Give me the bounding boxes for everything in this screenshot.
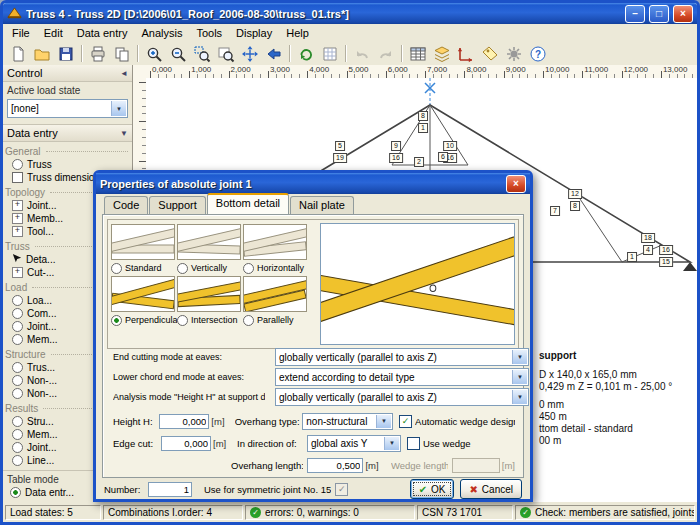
toolbar-zoom-all-button[interactable] — [214, 43, 238, 65]
end-cutting-combo[interactable]: globally vertically (parallel to axis Z)… — [275, 348, 529, 366]
toolbar-separator — [345, 45, 347, 62]
toolbar-new-file-button[interactable] — [6, 43, 30, 65]
radio-icon — [12, 321, 23, 332]
radio-icon — [12, 416, 23, 427]
toolbar-grid-button[interactable] — [318, 43, 342, 65]
toolbar-redraw-button[interactable] — [294, 43, 318, 65]
tab-bottom-detail[interactable]: Bottom detail — [207, 193, 289, 214]
toolbar-dimensions-button[interactable] — [454, 43, 478, 65]
bottom-detail-tab-page: StandardVerticallyHorizontallyPerpendicu… — [102, 214, 524, 478]
toolbar-table-button[interactable] — [406, 43, 430, 65]
dropdown-arrow-icon[interactable]: ▼ — [376, 415, 391, 428]
detail-thumb-intersection[interactable] — [177, 276, 241, 312]
svg-text:?: ? — [535, 49, 541, 60]
detail-thumb-standard[interactable] — [111, 224, 175, 260]
detail-type-options: StandardVerticallyHorizontallyPerpendicu… — [107, 219, 519, 349]
dialog-close-button[interactable]: × — [506, 175, 526, 193]
radio-icon — [12, 455, 23, 466]
dropdown-arrow-icon[interactable]: ▼ — [512, 370, 527, 384]
toolbar-zoom-in-button[interactable] — [142, 43, 166, 65]
dropdown-arrow-icon[interactable]: ▼ — [111, 101, 126, 116]
radio-icon — [177, 315, 188, 326]
toolbar-undo-button[interactable] — [350, 43, 374, 65]
menu-bar: FileEditData entryAnalysisToolsDisplayHe… — [3, 24, 697, 43]
automatic-wedge-label: Automatic wedge design — [415, 416, 515, 427]
tree-section-label: Load — [5, 282, 27, 293]
automatic-wedge-checkbox[interactable]: ✓ — [399, 415, 412, 428]
menu-file[interactable]: File — [5, 25, 37, 41]
toolbar-labels-button[interactable] — [478, 43, 502, 65]
toolbar-separator — [401, 45, 403, 62]
status-text: Combinations I.order: 4 — [108, 507, 212, 518]
maximize-button[interactable]: □ — [649, 5, 669, 23]
data-entry-header[interactable]: Data entry ▼ — [3, 125, 132, 142]
detail-thumb-vertically[interactable] — [177, 224, 241, 260]
detail-option-intersection[interactable]: Intersection — [177, 314, 243, 326]
toolbar-layers-button[interactable] — [430, 43, 454, 65]
toolbar-open-folder-button[interactable] — [30, 43, 54, 65]
menu-edit[interactable]: Edit — [37, 25, 70, 41]
expand-plus-icon: + — [12, 213, 23, 224]
tab-support[interactable]: Support — [149, 196, 206, 214]
analysis-mode-combo[interactable]: globally vertically (parallel to axis Z)… — [275, 388, 529, 406]
dropdown-arrow-icon[interactable]: ▼ — [384, 437, 399, 450]
height-input[interactable] — [159, 414, 209, 429]
previous-view-icon — [265, 45, 283, 63]
ruler-major-tick — [504, 71, 505, 78]
collapse-panel-icon[interactable]: ◄ — [120, 69, 128, 78]
chevron-down-icon[interactable]: ▼ — [120, 129, 128, 138]
wedge-length-label: Wedge length: — [391, 460, 448, 471]
toolbar-settings-button[interactable] — [502, 43, 526, 65]
cancel-button[interactable]: ✖ Cancel — [460, 479, 522, 499]
detail-option-horizontally[interactable]: Horizontally — [243, 262, 309, 274]
zoom-in-icon — [145, 45, 163, 63]
toolbar-pan-button[interactable] — [238, 43, 262, 65]
dropdown-arrow-icon[interactable]: ▼ — [512, 390, 527, 404]
toolbar-copy-button[interactable] — [110, 43, 134, 65]
in-direction-combo[interactable]: global axis Y ▼ — [307, 435, 401, 452]
end-cutting-value: globally vertically (parallel to axis Z) — [276, 352, 453, 363]
ruler-major-tick — [543, 71, 544, 78]
edge-cut-input[interactable] — [161, 436, 211, 451]
close-button[interactable]: × — [673, 5, 693, 23]
status-segment-1: Load states: 5 — [5, 505, 101, 520]
ruler-major-tick — [425, 71, 426, 78]
overhang-length-input[interactable] — [307, 458, 363, 473]
detail-option-standard[interactable]: Standard — [111, 262, 177, 274]
menu-data-entry[interactable]: Data entry — [70, 25, 135, 41]
detail-option-vertically[interactable]: Vertically — [177, 262, 243, 274]
grid-icon — [321, 45, 339, 63]
toolbar-save-button[interactable] — [54, 43, 78, 65]
detail-thumb-horizontally[interactable] — [243, 224, 307, 260]
overhang-type-combo[interactable]: non-structural ▼ — [302, 413, 393, 430]
info-text-fragment: 00 m — [539, 435, 561, 446]
tab-nail-plate[interactable]: Nail plate — [290, 196, 354, 214]
control-panel-header[interactable]: Control ◄ — [3, 65, 132, 82]
detail-thumb-perpendicularly[interactable] — [111, 276, 175, 312]
menu-analysis[interactable]: Analysis — [134, 25, 189, 41]
detail-thumb-parallelly[interactable] — [243, 276, 307, 312]
detail-option-label: Horizontally — [257, 263, 304, 273]
toolbar-zoom-out-button[interactable] — [166, 43, 190, 65]
menu-tools[interactable]: Tools — [189, 25, 229, 41]
detail-option-parallelly[interactable]: Parallelly — [243, 314, 309, 326]
toolbar-print-button[interactable] — [86, 43, 110, 65]
ok-button[interactable]: ✔ OK — [410, 479, 455, 499]
preview-beams-image — [321, 224, 514, 344]
active-load-state-combo[interactable]: [none] ▼ — [7, 99, 128, 118]
detail-option-perpendicularly[interactable]: Perpendicularly — [111, 314, 177, 326]
menu-display[interactable]: Display — [229, 25, 279, 41]
use-wedge-checkbox[interactable] — [407, 437, 420, 450]
number-input[interactable] — [148, 482, 192, 497]
height-label: Height H: — [113, 416, 159, 427]
tab-code[interactable]: Code — [104, 196, 148, 214]
toolbar-previous-view-button[interactable] — [262, 43, 286, 65]
menu-help[interactable]: Help — [279, 25, 316, 41]
toolbar-redo-button[interactable] — [374, 43, 398, 65]
lower-chord-combo[interactable]: extend according to detail type ▼ — [275, 368, 529, 386]
minimize-button[interactable]: – — [625, 5, 645, 23]
dropdown-arrow-icon[interactable]: ▼ — [512, 350, 527, 364]
toolbar-help-button[interactable]: ? — [526, 43, 550, 65]
toolbar-zoom-window-button[interactable] — [190, 43, 214, 65]
end-cutting-row: End cutting mode at eaves: globally vert… — [113, 349, 515, 365]
